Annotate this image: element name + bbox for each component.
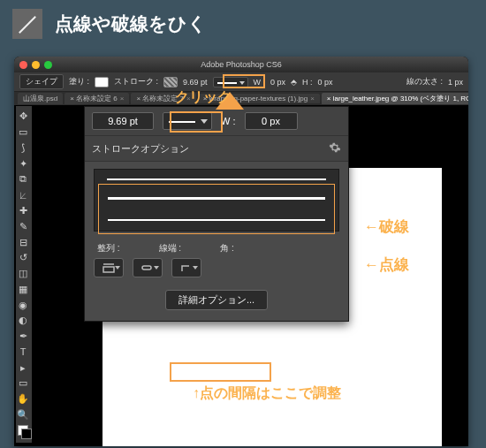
gear-icon[interactable] bbox=[329, 141, 341, 156]
window-title: Adobe Photoshop CS6 bbox=[201, 60, 282, 69]
stroke-style-dotted[interactable] bbox=[108, 219, 325, 221]
svg-rect-0 bbox=[103, 267, 114, 272]
link-wh-icon[interactable]: ⬘ bbox=[291, 78, 297, 87]
path-select-tool-icon[interactable]: ▸ bbox=[16, 361, 30, 375]
line-tool-icon bbox=[12, 9, 42, 39]
line-weight-label: 線の太さ : bbox=[406, 76, 443, 87]
stroke-options-title: ストロークオプション bbox=[92, 142, 189, 156]
fill-swatch[interactable] bbox=[95, 77, 109, 87]
document-tab[interactable]: 山温泉.psd bbox=[18, 93, 63, 104]
fill-label: 塗り : bbox=[69, 76, 89, 87]
zoom-window-button[interactable] bbox=[44, 61, 52, 69]
zoom-tool-icon[interactable]: 🔍 bbox=[16, 408, 30, 422]
minimize-window-button[interactable] bbox=[32, 61, 40, 69]
stroke-style-dropdown[interactable] bbox=[213, 77, 248, 87]
document-tab[interactable]: × 名称未設定 6× bbox=[65, 93, 129, 104]
dodge-tool-icon[interactable]: ◐ bbox=[16, 314, 30, 328]
stroke-styles-highlight bbox=[98, 184, 335, 234]
move-tool-icon[interactable]: ✥ bbox=[16, 110, 30, 124]
svg-rect-2 bbox=[142, 266, 151, 270]
shape-tool-icon[interactable]: ▭ bbox=[16, 376, 30, 391]
height-label: H : bbox=[302, 78, 313, 87]
align-button[interactable] bbox=[94, 258, 124, 277]
marquee-tool-icon[interactable]: ▭ bbox=[16, 125, 30, 140]
wand-tool-icon[interactable]: ✦ bbox=[16, 156, 30, 171]
stroke-style-dashed[interactable] bbox=[108, 197, 325, 200]
crop-tool-icon[interactable]: ⧉ bbox=[16, 172, 30, 186]
close-window-button[interactable] bbox=[19, 61, 27, 69]
stroke-options-header: ストロークオプション bbox=[85, 136, 348, 162]
type-tool-icon[interactable]: T bbox=[16, 345, 30, 359]
stroke-w-label: W : bbox=[221, 116, 236, 126]
hand-tool-icon[interactable]: ✋ bbox=[16, 392, 30, 406]
stroke-sublabels: 整列 : 線端 : 角 : bbox=[85, 237, 348, 256]
color-swatches[interactable] bbox=[16, 423, 30, 443]
page-banner: 点線や破線をひく bbox=[0, 0, 486, 44]
gradient-tool-icon[interactable]: ▦ bbox=[16, 282, 30, 296]
stroke-controls-row bbox=[85, 256, 348, 286]
window-titlebar: Adobe Photoshop CS6 bbox=[14, 57, 468, 72]
document-tab[interactable]: × 名称未設定 7× bbox=[131, 93, 195, 104]
stamp-tool-icon[interactable]: ⊟ bbox=[16, 235, 30, 249]
stroke-styles-list bbox=[94, 169, 339, 232]
stroke-weight-field[interactable]: 9.69 pt bbox=[92, 112, 154, 130]
stroke-style-preview[interactable] bbox=[163, 112, 212, 130]
pen-tool-icon[interactable]: ✒ bbox=[16, 330, 30, 344]
page-title: 点線や破線をひく bbox=[55, 11, 207, 36]
height-value[interactable]: 0 px bbox=[318, 78, 333, 87]
history-brush-tool-icon[interactable]: ↺ bbox=[16, 251, 30, 265]
line-weight-value[interactable]: 1 px bbox=[448, 78, 463, 87]
corner-label: 角 : bbox=[220, 242, 234, 254]
lasso-tool-icon[interactable]: ⟆ bbox=[16, 141, 30, 156]
document-tab[interactable]: × large_leather.jpeg @ 310% (ベタ塗り 1, RGB… bbox=[322, 93, 468, 104]
width-value[interactable]: 0 px bbox=[270, 78, 285, 87]
stroke-label: ストローク : bbox=[114, 76, 158, 87]
document-tabs: 山温泉.psd × 名称未設定 6× × 名称未設定 7× × wrapping… bbox=[14, 92, 468, 106]
shape-mode-dropdown[interactable]: シェイプ bbox=[19, 74, 64, 89]
cap-label: 線端 : bbox=[159, 242, 182, 254]
stroke-swatch[interactable] bbox=[163, 77, 178, 87]
heal-tool-icon[interactable]: ✚ bbox=[16, 204, 30, 218]
align-label: 整列 : bbox=[97, 242, 120, 254]
options-bar: シェイプ 塗り : ストローク : 9.69 pt W : 0 px ⬘ H :… bbox=[14, 72, 468, 92]
eyedropper-tool-icon[interactable]: ⟀ bbox=[16, 188, 30, 202]
blur-tool-icon[interactable]: ◉ bbox=[16, 298, 30, 312]
document-tab[interactable]: × wrapping-paper-textures (1).jpg× bbox=[198, 94, 320, 103]
corner-button[interactable] bbox=[171, 258, 201, 277]
stroke-style-solid[interactable] bbox=[107, 178, 326, 180]
advanced-options-button[interactable]: 詳細オプション... bbox=[165, 290, 268, 310]
cap-button[interactable] bbox=[133, 258, 163, 277]
eraser-tool-icon[interactable]: ◫ bbox=[16, 267, 30, 281]
stroke-w-field[interactable]: 0 px bbox=[245, 112, 298, 130]
tools-panel: ✥ ▭ ⟆ ✦ ⧉ ⟀ ✚ ✎ ⊟ ↺ ◫ ▦ ◉ ◐ ✒ T ▸ ▭ ✋ 🔍 bbox=[16, 106, 32, 443]
brush-tool-icon[interactable]: ✎ bbox=[16, 219, 30, 233]
stroke-options-panel: 9.69 pt W : 0 px ストロークオプション 整列 : 線端 : 角 … bbox=[84, 106, 349, 322]
stroke-weight-value[interactable]: 9.69 pt bbox=[183, 78, 208, 87]
window-controls[interactable] bbox=[19, 61, 52, 69]
stroke-panel-top-row: 9.69 pt W : 0 px bbox=[85, 107, 348, 136]
width-label: W : bbox=[254, 78, 266, 87]
